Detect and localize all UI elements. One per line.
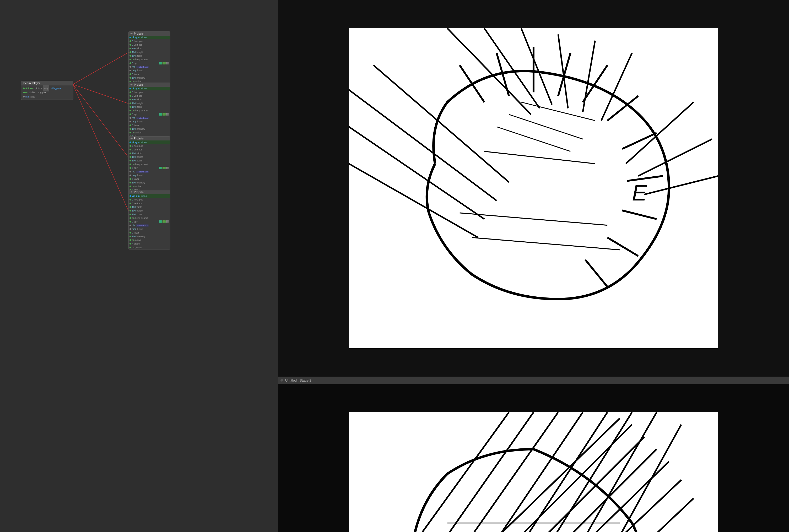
spin-icons-4: [159, 221, 169, 223]
projector-node-1[interactable]: 👁 Projector vid-gpu video 0horz pos 0ver…: [128, 32, 170, 91]
stage-2-dot: [280, 379, 283, 382]
node-editor: Picture Player 3:Steam picture img vid-g…: [0, 0, 278, 532]
port-stage: [23, 96, 25, 97]
stage-2-title: Untitled : Stage 2: [285, 378, 312, 382]
spin-icons-1: [159, 62, 169, 64]
svg-line-2: [73, 84, 128, 157]
eye-icon-3: 👁: [130, 137, 133, 140]
picture-player-title: Picture Player: [21, 81, 73, 86]
right-panel: E: [278, 0, 789, 532]
stage-item-2: Untitled : Stage 2: [278, 377, 789, 532]
svg-text:E: E: [632, 180, 647, 205]
picture-player-node[interactable]: Picture Player 3:Steam picture img vid-g…: [21, 81, 73, 100]
port-visible: [23, 92, 25, 93]
stage-2-preview-svg: [349, 412, 718, 532]
stage-1-preview-svg: E: [349, 28, 718, 348]
eye-icon-2: 👁: [130, 83, 133, 86]
projector-2-body: vid-gpu video 0horz pos 0vert pos 100wid…: [129, 87, 170, 142]
stage-2-header: Untitled : Stage 2: [278, 377, 789, 384]
svg-line-3: [73, 84, 128, 211]
projector-node-2[interactable]: 👁 Projector vid-gpu video 0horz pos 0ver…: [128, 82, 170, 142]
projector-2-title: 👁 Projector: [129, 83, 170, 87]
eye-icon: 👁: [130, 32, 133, 35]
projector-4-title: 👁 Projector: [129, 190, 170, 194]
projector-4-body: vid-gpu video 0horz pos 0vert pos 100wid…: [129, 194, 170, 249]
avatar: img: [43, 85, 49, 92]
picture-player-body: 3:Steam picture img vid-gpu ● on visible…: [21, 86, 73, 100]
svg-line-1: [73, 84, 128, 103]
port-picture: [23, 88, 25, 89]
port-video-1: [130, 37, 131, 38]
stage-preview-1: E: [278, 0, 789, 377]
projector-3-body: vid-gpu video 0horz pos 0vert pos 100wid…: [129, 140, 170, 195]
eye-icon-4: 👁: [130, 191, 133, 194]
projector-node-3[interactable]: 👁 Projector vid-gpu video 0horz pos 0ver…: [128, 136, 170, 196]
proj-row-video: vid-gpu video: [129, 36, 170, 39]
proj-row-video-2: vid-gpu video: [129, 87, 170, 90]
stage-2-preview: [278, 384, 789, 532]
svg-line-0: [73, 52, 128, 84]
spin-icons-2: [159, 113, 169, 116]
picture-player-row-stage: n/a stage: [22, 95, 72, 99]
stage-item-1: E: [278, 0, 789, 377]
projector-1-title: 👁 Projector: [129, 32, 170, 36]
svg-rect-36: [349, 412, 718, 532]
picture-player-row-picture: 3:Steam picture img vid-gpu ●: [22, 86, 72, 90]
spin-icons-3: [159, 167, 169, 169]
projector-node-4[interactable]: 👁 Projector vid-gpu video 0horz pos 0ver…: [128, 190, 170, 249]
projector-3-title: 👁 Projector: [129, 136, 170, 140]
